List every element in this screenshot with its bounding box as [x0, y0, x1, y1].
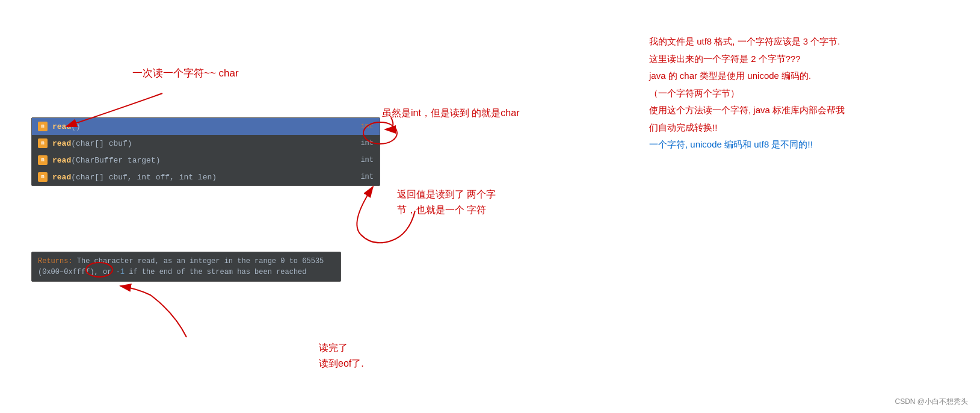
code-row-2[interactable]: m read (char[] cbuf) int [32, 135, 380, 152]
method-icon-3: m [38, 155, 48, 165]
return-type-4: int [360, 173, 374, 181]
notes-right: 我的文件是 utf8 格式, 一个字符应该是 3 个字节. 这里读出来的一个字符… [649, 33, 944, 154]
note-line-5: 使用这个方法读一个字符, java 标准库内部会帮我 [649, 102, 944, 119]
tooltip-text-2: if the end of the stream has been reache… [125, 268, 306, 276]
method-params-2: (char[] cbuf) [71, 139, 132, 148]
annotation-3: 返回值是读到了 两个字节，也就是一个 字符 [397, 187, 496, 217]
note-line-6: 们自动完成转换!! [649, 119, 944, 137]
method-name-3: read [52, 156, 71, 165]
method-name-1: read [52, 122, 71, 131]
code-row-3[interactable]: m read (CharBuffer target) int [32, 152, 380, 169]
note-line-2: 这里读出来的一个字符是 2 个字节??? [649, 51, 944, 68]
note-line-1: 我的文件是 utf8 格式, 一个字符应该是 3 个字节. [649, 33, 944, 51]
tooltip-highlight: -1 [116, 268, 125, 276]
method-icon-4: m [38, 172, 48, 182]
note-line-7: 一个字符, unicode 编码和 utf8 是不同的!! [649, 136, 944, 154]
annotation-4: 读完了读到eof了. [319, 340, 364, 371]
tooltip-label: Returns: [38, 257, 73, 266]
method-name-2: read [52, 139, 71, 148]
code-row-4[interactable]: m read (char[] cbuf, int off, int len) i… [32, 169, 380, 185]
annotation-2: 虽然是int，但是读到 的就是char [382, 105, 519, 121]
note-line-3: java 的 char 类型是使用 unicode 编码的. [649, 67, 944, 85]
method-icon-1: m [38, 122, 48, 131]
method-params-4: (char[] cbuf, int off, int len) [71, 173, 217, 182]
note-line-4: （一个字符两个字节） [649, 85, 944, 102]
method-params-3: (CharBuffer target) [71, 156, 160, 165]
code-row-1[interactable]: m read () int [32, 118, 380, 135]
method-params-1: () [71, 122, 81, 131]
method-name-4: read [52, 173, 71, 182]
tooltip-popup: Returns: The character read, as an integ… [31, 252, 341, 282]
return-type-1: int [360, 122, 374, 131]
annotation-1: 一次读一个字符~~ char [132, 66, 239, 80]
footer: CSDN @小白不想秃头 [895, 397, 968, 407]
code-completion-popup: m read () int m read (char[] cbuf) int m… [31, 117, 380, 186]
method-icon-2: m [38, 138, 48, 148]
return-type-3: int [360, 156, 374, 164]
return-type-2: int [360, 139, 374, 148]
